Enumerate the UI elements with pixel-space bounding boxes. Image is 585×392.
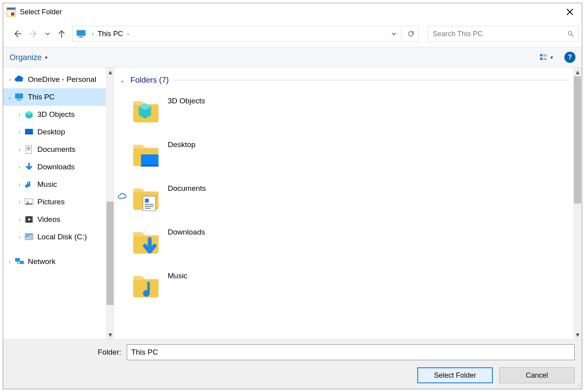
window-title: Select Folder bbox=[20, 8, 62, 16]
svg-rect-18 bbox=[25, 134, 33, 134]
expand-icon[interactable]: › bbox=[15, 146, 24, 153]
back-button[interactable] bbox=[10, 26, 25, 41]
breadcrumb-chevron-icon[interactable]: › bbox=[126, 31, 131, 37]
tree-item-desktop[interactable]: › Desktop bbox=[3, 123, 114, 141]
svg-rect-11 bbox=[543, 56, 547, 56]
downloads-big-icon bbox=[130, 225, 161, 256]
tree-item-documents[interactable]: › Documents bbox=[3, 141, 114, 158]
tree-item-local-disk-c-[interactable]: › Local Disk (C:) bbox=[3, 228, 114, 246]
svg-rect-35 bbox=[141, 165, 159, 167]
titlebar: Select Folder bbox=[3, 3, 582, 21]
search-box[interactable] bbox=[428, 26, 579, 42]
nav-scrollbar[interactable]: ▴ ▾ bbox=[106, 68, 114, 339]
tree-item-label: This PC bbox=[28, 93, 55, 101]
tree-item-label: Music bbox=[37, 180, 57, 189]
folder-item-music[interactable]: Music bbox=[114, 263, 582, 307]
folder-item-desktop[interactable]: Desktop bbox=[114, 132, 582, 175]
svg-rect-13 bbox=[543, 59, 547, 60]
tree-item-videos[interactable]: › Videos bbox=[3, 211, 114, 228]
address-history-dropdown[interactable] bbox=[387, 26, 401, 41]
svg-rect-5 bbox=[79, 36, 83, 37]
breadcrumb-this-pc[interactable]: This PC bbox=[95, 26, 126, 41]
expand-icon[interactable]: › bbox=[6, 258, 14, 265]
svg-rect-1 bbox=[7, 8, 15, 10]
pictures-s-icon bbox=[24, 197, 34, 207]
folder-label: Folder: bbox=[98, 348, 121, 357]
scroll-thumb[interactable] bbox=[107, 202, 114, 305]
tree-item-label: Desktop bbox=[37, 128, 65, 136]
close-button[interactable] bbox=[558, 3, 582, 21]
folder-name-input[interactable] bbox=[127, 344, 575, 360]
expand-icon[interactable]: › bbox=[15, 164, 24, 170]
tree-item-downloads[interactable]: › Downloads bbox=[3, 158, 114, 176]
svg-rect-29 bbox=[26, 236, 29, 237]
up-button[interactable] bbox=[54, 26, 69, 41]
group-header-folders[interactable]: ⌄ Folders (7) bbox=[114, 68, 582, 88]
disk-s-icon bbox=[24, 232, 34, 242]
view-options-button[interactable]: ▾ bbox=[535, 53, 557, 62]
search-input[interactable] bbox=[432, 29, 567, 39]
breadcrumb-chevron-icon[interactable]: › bbox=[90, 31, 95, 37]
svg-point-30 bbox=[31, 237, 33, 239]
tree-item-onedrive-personal[interactable]: › OneDrive - Personal bbox=[3, 71, 114, 88]
select-folder-dialog: Select Folder › bbox=[3, 3, 582, 389]
expand-icon[interactable]: › bbox=[15, 234, 24, 240]
refresh-button[interactable] bbox=[403, 26, 419, 42]
tree-item-this-pc[interactable]: ⌄ This PC bbox=[3, 88, 114, 106]
scroll-down-icon[interactable]: ▾ bbox=[573, 330, 582, 339]
tree-item-network[interactable]: › Network bbox=[3, 253, 114, 270]
tree-item-3d-objects[interactable]: › 3D Objects bbox=[3, 106, 114, 123]
scroll-thumb[interactable] bbox=[574, 76, 581, 204]
body: › OneDrive - Personal ⌄ This PC › 3D Obj… bbox=[3, 68, 582, 339]
cloud-status-icon bbox=[118, 192, 126, 201]
expand-icon[interactable]: › bbox=[6, 76, 14, 83]
folder-item-documents[interactable]: Documents bbox=[114, 175, 582, 219]
chevron-down-icon: ⌄ bbox=[120, 77, 128, 83]
svg-rect-6 bbox=[78, 37, 84, 38]
select-folder-button[interactable]: Select Folder bbox=[417, 367, 493, 383]
resize-grip-icon[interactable] bbox=[575, 382, 581, 388]
3d-icon bbox=[24, 109, 34, 120]
svg-rect-9 bbox=[540, 58, 542, 60]
address-bar[interactable]: › This PC › bbox=[72, 26, 401, 42]
onedrive-icon bbox=[14, 74, 25, 85]
folder-item-3d-objects[interactable]: 3D Objects bbox=[114, 88, 582, 132]
desktop-big-icon bbox=[130, 138, 161, 169]
svg-point-44 bbox=[576, 386, 577, 387]
svg-rect-38 bbox=[145, 204, 154, 205]
expand-icon[interactable]: › bbox=[15, 181, 24, 188]
svg-point-24 bbox=[27, 200, 28, 202]
expand-icon[interactable]: › bbox=[15, 129, 24, 135]
music-big-icon bbox=[130, 269, 161, 300]
tree-item-music[interactable]: › Music bbox=[3, 176, 114, 193]
scroll-up-icon[interactable]: ▴ bbox=[106, 68, 114, 76]
3d-big-icon bbox=[130, 94, 161, 125]
svg-rect-17 bbox=[25, 129, 33, 134]
scroll-up-icon[interactable]: ▴ bbox=[573, 68, 582, 76]
expand-icon[interactable]: › bbox=[15, 216, 24, 223]
expand-icon[interactable]: › bbox=[15, 111, 24, 118]
footer: Folder: Select Folder Cancel bbox=[3, 339, 582, 389]
forward-button[interactable] bbox=[26, 26, 41, 41]
scroll-down-icon[interactable]: ▾ bbox=[106, 330, 114, 339]
toolbar: Organize ▾ ▾ ? bbox=[3, 47, 582, 68]
group-label: Folders (7) bbox=[130, 76, 169, 85]
svg-point-46 bbox=[579, 386, 580, 387]
cancel-button[interactable]: Cancel bbox=[499, 367, 575, 383]
svg-rect-4 bbox=[77, 30, 85, 36]
svg-rect-16 bbox=[16, 100, 22, 101]
recent-locations-button[interactable] bbox=[43, 26, 52, 41]
expand-icon[interactable]: ⌄ bbox=[6, 94, 14, 100]
tree-item-pictures[interactable]: › Pictures bbox=[3, 193, 114, 211]
folder-item-downloads[interactable]: Downloads bbox=[114, 219, 582, 263]
tree-item-label: OneDrive - Personal bbox=[28, 75, 96, 84]
svg-rect-20 bbox=[27, 147, 30, 148]
organize-menu[interactable]: Organize ▾ bbox=[10, 53, 48, 62]
divider bbox=[173, 80, 570, 80]
svg-rect-8 bbox=[540, 54, 542, 56]
expand-icon[interactable]: › bbox=[15, 199, 24, 205]
folder-item-label: Documents bbox=[168, 184, 206, 193]
help-button[interactable]: ? bbox=[564, 52, 575, 63]
folder-item-label: Downloads bbox=[168, 228, 205, 237]
content-scrollbar[interactable]: ▴ ▾ bbox=[573, 68, 582, 339]
